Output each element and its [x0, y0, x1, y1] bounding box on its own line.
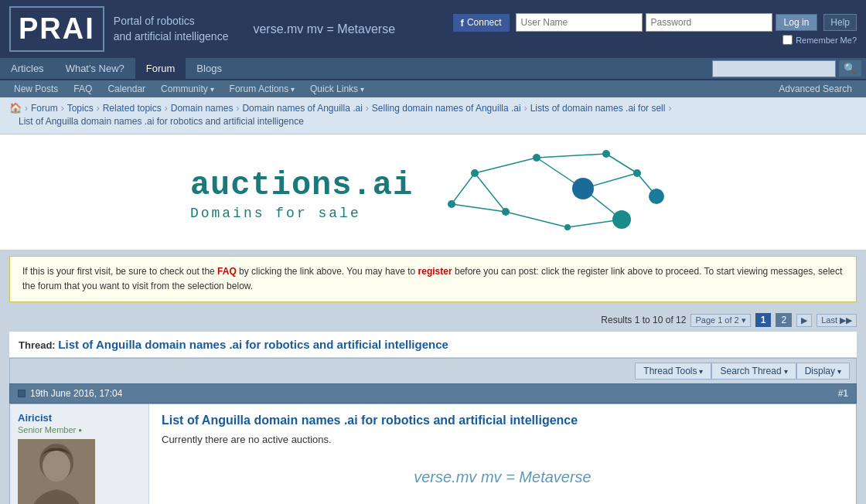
post-text: Currently there are no active auctions. [162, 434, 844, 445]
help-button[interactable]: Help [823, 14, 857, 31]
search-icon: 🔍 [844, 63, 857, 74]
post-sidebar: Airicist Senior Member Join Date: Jan 20… [10, 404, 149, 504]
search-input[interactable] [712, 60, 836, 77]
bc-selling-anguilla[interactable]: Selling domain names of Anguilla .ai [372, 103, 521, 114]
facebook-connect-button[interactable]: f Connect [453, 14, 510, 32]
page-1-btn[interactable]: 1 [755, 313, 772, 327]
banner-inner: auctions.ai Domains for sale .net-line {… [0, 142, 866, 245]
advanced-search-link[interactable]: Advanced Search [771, 80, 860, 97]
nav-forum[interactable]: Forum [135, 58, 186, 79]
svg-line-3 [537, 154, 606, 158]
logo-area: PRAI Portal of robotics and artificial i… [9, 6, 395, 52]
page-dropdown-btn[interactable]: Page 1 of 2 ▾ [690, 314, 750, 327]
banner-title: auctions.ai [190, 167, 413, 204]
bc-domain-names[interactable]: Domain names [171, 103, 234, 114]
home-icon[interactable]: 🏠 [9, 102, 22, 114]
password-input[interactable] [646, 13, 772, 32]
main-nav: Articles What's New? Forum Blogs 🔍 [0, 58, 866, 80]
svg-point-16 [633, 169, 641, 177]
last-label: Last [821, 315, 837, 325]
post-date-text: 19th June 2016, 17:04 [30, 388, 122, 399]
sec-quick-links[interactable]: Quick Links [302, 80, 372, 97]
thread-area: Thread: List of Anguilla domain names .a… [9, 332, 857, 504]
register-link[interactable]: register [418, 266, 452, 277]
display-button[interactable]: Display [796, 363, 850, 380]
page-dropdown-label: Page 1 of 2 [695, 315, 738, 325]
author-status: Senior Member [18, 425, 141, 434]
post-header: 19th June 2016, 17:04 #1 [9, 383, 857, 404]
post-indicator-icon [18, 390, 26, 397]
search-button[interactable]: 🔍 [839, 60, 861, 77]
page-next-btn[interactable]: ▶ [796, 314, 812, 327]
first-visit-notice: If this is your first visit, be sure to … [9, 256, 857, 302]
sec-calendar[interactable]: Calendar [100, 80, 153, 97]
banner-text: auctions.ai Domains for sale [190, 167, 413, 221]
bc-related-topics[interactable]: Related topics [103, 103, 162, 114]
banner-subtitle: Domains for sale [190, 206, 413, 221]
author-name: Airicist [18, 412, 141, 424]
thread-toolbar: Thread Tools Search Thread Display [9, 358, 857, 383]
thread-title-bar: Thread: List of Anguilla domain names .a… [9, 332, 857, 358]
site-tagline: verse.mv mv = Metaverse [253, 22, 395, 36]
svg-line-0 [475, 158, 537, 173]
bc-topics[interactable]: Topics [67, 103, 94, 114]
logo-description: Portal of robotics and artificial intell… [114, 14, 229, 44]
login-button[interactable]: Log in [776, 14, 818, 31]
breadcrumb-area: 🏠 › Forum › Topics › Related topics › Do… [0, 97, 866, 135]
svg-point-12 [471, 169, 479, 177]
svg-point-20 [448, 200, 455, 208]
network-graphic: .net-line { stroke: #1a8a8a; stroke-widt… [428, 142, 676, 245]
svg-line-11 [606, 154, 637, 173]
faq-link[interactable]: FAQ [217, 266, 237, 277]
search-thread-button[interactable]: Search Thread [711, 363, 796, 380]
banner-area: auctions.ai Domains for sale .net-line {… [0, 135, 866, 250]
results-row: Results 1 to 10 of 12 Page 1 of 2 ▾ 1 2 … [0, 308, 866, 332]
post-content-title: List of Anguilla domain names .ai for ro… [162, 414, 844, 427]
svg-line-7 [506, 212, 568, 227]
sec-forum-actions[interactable]: Forum Actions [222, 80, 302, 97]
svg-point-14 [502, 208, 510, 216]
remember-me-label: Remember Me? [796, 36, 857, 45]
avatar [18, 439, 95, 504]
header-right: f Connect Log in Help Remember Me? [453, 13, 857, 45]
post-number: #1 [838, 388, 848, 399]
thread-title-link[interactable]: List of Anguilla domain names .ai for ro… [58, 338, 448, 351]
secondary-nav: New Posts FAQ Calendar Community Forum A… [0, 80, 866, 97]
svg-point-19 [602, 150, 610, 158]
nav-whats-new[interactable]: What's New? [55, 58, 135, 79]
svg-point-17 [612, 210, 631, 229]
post-body: Airicist Senior Member Join Date: Jan 20… [9, 404, 857, 504]
nav-blogs[interactable]: Blogs [186, 58, 233, 79]
results-text: Results 1 to 10 of 12 [601, 315, 686, 325]
logo-box: PRAI [9, 6, 104, 52]
sec-community[interactable]: Community [153, 80, 221, 97]
breadcrumb-current: List of Anguilla domain names .ai for ro… [9, 114, 857, 129]
search-bar-area: 🔍 [712, 60, 866, 77]
page-last-btn[interactable]: Last ▶▶ [817, 314, 857, 327]
bc-forum[interactable]: Forum [31, 103, 58, 114]
thread-label: Thread: [19, 339, 56, 351]
svg-line-1 [475, 173, 506, 212]
post-date: 19th June 2016, 17:04 [18, 388, 122, 399]
site-header: PRAI Portal of robotics and artificial i… [0, 0, 866, 58]
logo-desc-line1: Portal of robotics [114, 14, 229, 29]
facebook-icon: f [461, 17, 464, 29]
svg-point-13 [533, 154, 540, 162]
nav-articles[interactable]: Articles [0, 58, 55, 79]
thread-tools-button[interactable]: Thread Tools [635, 363, 711, 380]
svg-point-15 [572, 178, 594, 199]
post-content: List of Anguilla domain names .ai for ro… [149, 404, 856, 504]
svg-line-9 [452, 173, 475, 204]
bc-domain-anguilla[interactable]: Domain names of Anguilla .ai [242, 103, 362, 114]
username-input[interactable] [516, 13, 643, 32]
logo-text: PRAI [19, 12, 95, 46]
bc-lists-anguilla[interactable]: Lists of domain names .ai for sell [530, 103, 666, 114]
sec-new-posts[interactable]: New Posts [6, 80, 66, 97]
logo-desc-line2: and artificial intelligence [114, 29, 229, 45]
login-area: Log in [516, 13, 818, 32]
svg-line-10 [452, 204, 506, 212]
sec-faq[interactable]: FAQ [66, 80, 100, 97]
page-2-btn[interactable]: 2 [776, 313, 792, 327]
remember-me-area: Remember Me? [782, 35, 857, 45]
remember-me-checkbox[interactable] [782, 35, 793, 45]
